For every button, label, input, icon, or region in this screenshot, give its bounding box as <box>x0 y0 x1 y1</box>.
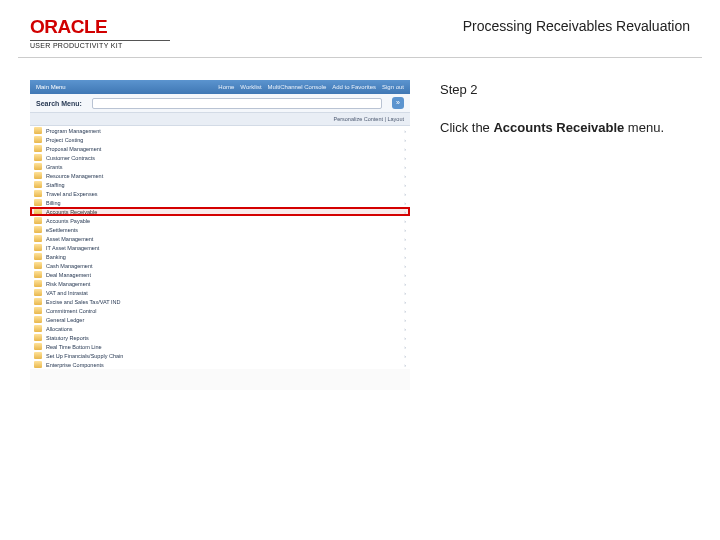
divider <box>18 57 702 58</box>
menu-item[interactable]: eSettlements› <box>30 225 410 234</box>
app-topbar-left[interactable]: Main Menu <box>36 84 66 90</box>
menu-item-label: VAT and Intrastat <box>46 290 88 296</box>
brand-block: ORACLE USER PRODUCTIVITY KIT <box>30 16 170 49</box>
menu-item[interactable]: Set Up Financials/Supply Chain› <box>30 351 410 360</box>
content-band: Personalize Content | Layout <box>30 113 410 126</box>
menu-item[interactable]: Accounts Payable› <box>30 216 410 225</box>
instruction-prefix: Click the <box>440 120 493 135</box>
menu-item-label: Statutory Reports <box>46 335 89 341</box>
menu-item-label: Resource Management <box>46 173 103 179</box>
chevron-right-icon: › <box>404 128 406 134</box>
folder-icon <box>34 316 42 323</box>
folder-icon <box>34 136 42 143</box>
menu-item[interactable]: Grants› <box>30 162 410 171</box>
folder-icon <box>34 298 42 305</box>
chevron-right-icon: › <box>404 137 406 143</box>
menu-item[interactable]: Excise and Sales Tax/VAT IND› <box>30 297 410 306</box>
menu-item-label: General Ledger <box>46 317 84 323</box>
menu-item-label: Accounts Receivable <box>46 209 97 215</box>
folder-icon <box>34 226 42 233</box>
menu-item[interactable]: Cash Management› <box>30 261 410 270</box>
chevron-right-icon: › <box>404 155 406 161</box>
folder-icon <box>34 199 42 206</box>
menu-item[interactable]: Proposal Management› <box>30 144 410 153</box>
link-signout[interactable]: Sign out <box>382 84 404 90</box>
chevron-right-icon: › <box>404 272 406 278</box>
chevron-right-icon: › <box>404 353 406 359</box>
chevron-right-icon: › <box>404 299 406 305</box>
chevron-right-icon: › <box>404 245 406 251</box>
brand-subtitle: USER PRODUCTIVITY KIT <box>30 40 170 49</box>
menu-item[interactable]: Banking› <box>30 252 410 261</box>
app-topbar-links: Home Worklist MultiChannel Console Add t… <box>218 84 404 90</box>
menu-item-label: Staffing <box>46 182 65 188</box>
folder-icon <box>34 235 42 242</box>
chevron-right-icon: › <box>404 218 406 224</box>
menu-item-label: Proposal Management <box>46 146 101 152</box>
chevron-right-icon: › <box>404 317 406 323</box>
folder-icon <box>34 244 42 251</box>
chevron-right-icon: › <box>404 308 406 314</box>
menu-item[interactable]: Accounts Receivable› <box>30 207 410 216</box>
menu-item[interactable]: Enterprise Components› <box>30 360 410 369</box>
link-worklist[interactable]: Worklist <box>240 84 261 90</box>
link-home[interactable]: Home <box>218 84 234 90</box>
folder-icon <box>34 208 42 215</box>
menu-item[interactable]: Staffing› <box>30 180 410 189</box>
app-screenshot: Main Menu Home Worklist MultiChannel Con… <box>30 80 410 390</box>
menu-item[interactable]: General Ledger› <box>30 315 410 324</box>
folder-icon <box>34 181 42 188</box>
menu-item[interactable]: Billing› <box>30 198 410 207</box>
search-input[interactable] <box>92 98 382 109</box>
folder-icon <box>34 307 42 314</box>
menu-item[interactable]: Deal Management› <box>30 270 410 279</box>
menu-item-label: Travel and Expenses <box>46 191 97 197</box>
instructions-pane: Step 2 Click the Accounts Receivable men… <box>440 80 690 390</box>
chevron-right-icon: › <box>404 200 406 206</box>
chevron-right-icon: › <box>404 254 406 260</box>
chevron-right-icon: › <box>404 236 406 242</box>
folder-icon <box>34 190 42 197</box>
folder-icon <box>34 163 42 170</box>
menu-item[interactable]: Asset Management› <box>30 234 410 243</box>
search-go-button[interactable]: » <box>392 97 404 109</box>
menu-item[interactable]: IT Asset Management› <box>30 243 410 252</box>
folder-icon <box>34 325 42 332</box>
chevron-right-icon: › <box>404 344 406 350</box>
chevron-right-icon: › <box>404 182 406 188</box>
menu-item[interactable]: Real Time Bottom Line› <box>30 342 410 351</box>
link-mcc[interactable]: MultiChannel Console <box>268 84 327 90</box>
menu-item[interactable]: Statutory Reports› <box>30 333 410 342</box>
menu-item[interactable]: Commitment Control› <box>30 306 410 315</box>
chevron-right-icon: › <box>404 191 406 197</box>
menu-item-label: Real Time Bottom Line <box>46 344 102 350</box>
folder-icon <box>34 145 42 152</box>
chevron-right-icon: › <box>404 335 406 341</box>
menu-item[interactable]: Project Costing› <box>30 135 410 144</box>
menu-list: Program Management›Project Costing›Propo… <box>30 126 410 369</box>
menu-item[interactable]: Risk Management› <box>30 279 410 288</box>
folder-icon <box>34 361 42 368</box>
folder-icon <box>34 280 42 287</box>
menu-item[interactable]: Resource Management› <box>30 171 410 180</box>
menu-item-label: Cash Management <box>46 263 92 269</box>
menu-item[interactable]: Allocations› <box>30 324 410 333</box>
app-topbar: Main Menu Home Worklist MultiChannel Con… <box>30 80 410 94</box>
menu-item[interactable]: Program Management› <box>30 126 410 135</box>
menu-item[interactable]: Travel and Expenses› <box>30 189 410 198</box>
app-search-row: Search Menu: » <box>30 94 410 113</box>
menu-item[interactable]: VAT and Intrastat› <box>30 288 410 297</box>
chevron-right-icon: › <box>404 173 406 179</box>
menu-item[interactable]: Customer Contracts› <box>30 153 410 162</box>
search-label: Search Menu: <box>36 100 82 107</box>
folder-icon <box>34 217 42 224</box>
personalize-link[interactable]: Personalize Content | Layout <box>333 116 404 122</box>
link-fav[interactable]: Add to Favorites <box>332 84 376 90</box>
instruction-text: Click the Accounts Receivable menu. <box>440 118 690 138</box>
folder-icon <box>34 271 42 278</box>
menu-item-label: Asset Management <box>46 236 93 242</box>
folder-icon <box>34 262 42 269</box>
chevron-right-icon: › <box>404 209 406 215</box>
chevron-right-icon: › <box>404 326 406 332</box>
step-label: Step 2 <box>440 80 690 100</box>
